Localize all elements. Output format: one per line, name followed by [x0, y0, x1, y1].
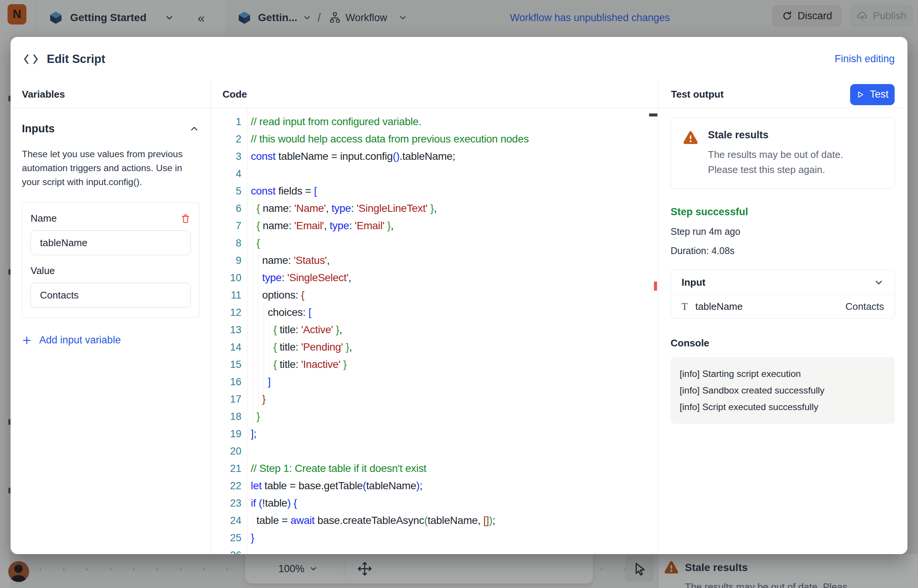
code-line: 8 {: [211, 234, 658, 252]
code-line: 26: [211, 546, 658, 554]
chevron-down-icon[interactable]: [874, 277, 884, 288]
code-line: 25}: [211, 529, 658, 546]
test-output-panel: Test output Test Stale resul: [658, 81, 907, 554]
code-line: 23if (!table) {: [211, 494, 658, 512]
console-output: [info] Starting script execution [info] …: [670, 357, 895, 424]
code-line: 18 }: [211, 408, 658, 425]
code-line: 2// this would help access data from pre…: [211, 131, 658, 148]
input-card-header[interactable]: Input: [671, 270, 895, 295]
stale-results-body: The results may be out of date.Please te…: [708, 147, 843, 177]
code-line: 1// read input from configured variable.: [211, 113, 658, 131]
modal-header: Edit Script Finish editing: [11, 37, 907, 81]
modified-line-marker: [654, 281, 657, 291]
input-variable-row: T tableName Contacts: [671, 295, 895, 318]
add-input-variable-label: Add input variable: [39, 334, 121, 346]
test-output-title: Test output: [671, 89, 724, 100]
variables-title: Variables: [22, 89, 65, 100]
inputs-description: These let you use values from previous a…: [22, 147, 199, 189]
code-lines: 1// read input from configured variable.…: [211, 113, 658, 554]
delete-variable-trash-icon[interactable]: [180, 213, 191, 224]
warning-icon: [682, 129, 699, 177]
input-variable-name: tableName: [696, 301, 743, 312]
add-input-variable-button[interactable]: Add input variable: [22, 334, 199, 346]
step-status: Step successful: [670, 206, 895, 218]
console-log-line: [info] Starting script execution: [680, 366, 886, 382]
step-run-time: Step run 4m ago: [670, 226, 895, 237]
value-label: Value: [31, 265, 191, 277]
console-title: Console: [670, 338, 895, 349]
chevron-up-icon[interactable]: [189, 124, 199, 134]
test-button-label: Test: [870, 89, 889, 100]
inputs-title: Inputs: [22, 123, 55, 135]
code-line: 13 { title: 'Active' },: [211, 321, 658, 338]
test-button[interactable]: Test: [850, 84, 895, 105]
code-line: 15 { title: 'Inactive' }: [211, 356, 658, 373]
console-log-line: [info] Script executed successfully: [680, 399, 886, 415]
edit-script-modal: Edit Script Finish editing Variables Inp…: [11, 37, 907, 554]
console-log-line: [info] Sandbox created successfully: [680, 382, 886, 399]
input-card-title: Input: [682, 277, 706, 288]
code-line: 14 { title: 'Pending' },: [211, 338, 658, 356]
variables-panel: Variables Inputs These let you use value…: [11, 81, 211, 554]
variable-name-input[interactable]: [31, 230, 191, 255]
stale-results-card: Stale results The results may be out of …: [670, 118, 895, 189]
code-line: 11 options: {: [211, 286, 658, 304]
plus-icon: [22, 336, 32, 345]
code-brackets-icon: [23, 53, 39, 65]
code-panel: Code 1// read input from configured vari…: [211, 81, 658, 554]
code-line: 4: [211, 165, 658, 183]
modal-columns: Variables Inputs These let you use value…: [11, 81, 907, 554]
code-line: 17 }: [211, 391, 658, 408]
finish-editing-link[interactable]: Finish editing: [835, 37, 895, 81]
code-editor[interactable]: 1// read input from configured variable.…: [211, 108, 658, 554]
play-icon: [856, 90, 865, 99]
code-line: 3const tableName = input.config().tableN…: [211, 148, 658, 165]
text-type-icon: T: [682, 301, 688, 312]
stale-results-title: Stale results: [708, 129, 843, 141]
code-line: 21// Step 1: Create table if it doesn't …: [211, 460, 658, 477]
inputs-section-header[interactable]: Inputs: [22, 123, 199, 135]
input-variable-card: Name Value: [22, 202, 199, 318]
name-label: Name: [31, 213, 57, 224]
code-line: 19];: [211, 425, 658, 443]
step-duration: Duration: 4.08s: [670, 246, 895, 256]
variable-value-input[interactable]: [31, 283, 191, 308]
screen: N Getting Started « Gettin... / Workflow: [0, 0, 918, 588]
code-line: 22let table = base.getTable(tableName);: [211, 477, 658, 494]
code-line: 9 name: 'Status',: [211, 252, 658, 269]
code-line: 12 choices: [: [211, 304, 658, 321]
code-line: 20: [211, 443, 658, 460]
input-variable-value: Contacts: [845, 301, 884, 312]
code-title: Code: [222, 89, 247, 100]
code-line: 6 { name: 'Name', type: 'SingleLineText'…: [211, 200, 658, 217]
code-line: 7 { name: 'Email', type: 'Email' },: [211, 217, 658, 234]
code-line: 16 ]: [211, 373, 658, 391]
code-line: 10 type: 'SingleSelect',: [211, 269, 658, 286]
code-line: 5const fields = [: [211, 183, 658, 200]
modal-title: Edit Script: [47, 52, 105, 66]
code-line: 24 table = await base.createTableAsync(t…: [211, 512, 658, 529]
scrollbar-marker: [649, 113, 657, 116]
input-card: Input T tableName Contacts: [670, 270, 895, 318]
